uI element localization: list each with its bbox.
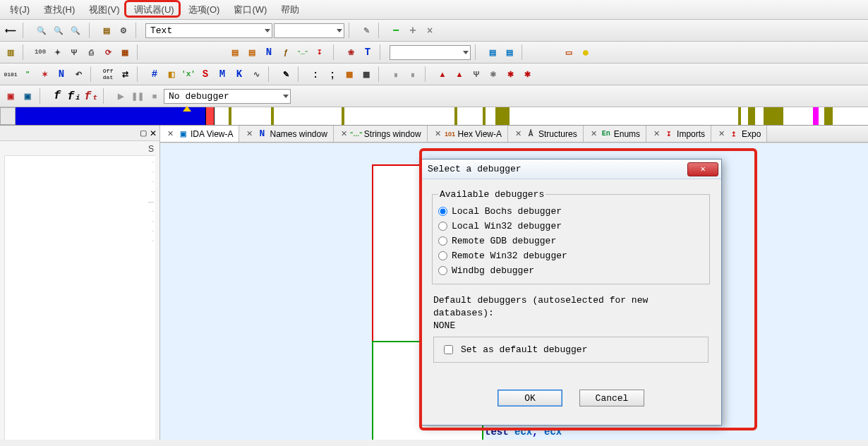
K-icon[interactable]: K [231, 66, 247, 82]
empty-combo[interactable] [274, 23, 344, 38]
close-icon[interactable]: ✕ [245, 129, 254, 138]
binoculars-icon-3[interactable]: 🔍 [68, 23, 83, 38]
module-icon-2[interactable]: ▤ [244, 44, 260, 60]
tab-structures[interactable]: ✕ Å Structures [508, 126, 584, 142]
cancel-button[interactable]: Cancel [579, 390, 644, 406]
radio-local-win32[interactable]: Local Win32 debugger [438, 219, 704, 234]
binoculars-icon[interactable]: 🔍 [34, 23, 49, 38]
pause-icon[interactable]: ❚❚ [130, 88, 145, 104]
close-icon[interactable]: ✕ [652, 129, 661, 138]
radio-windbg[interactable]: Windbg debugger [438, 263, 704, 278]
set-default-checkbox[interactable] [444, 345, 453, 354]
close-icon[interactable]: ✕ [717, 129, 726, 138]
brace-icon[interactable]: ◧ [164, 66, 179, 82]
func-f-icon[interactable]: f [49, 88, 65, 104]
close-icon[interactable]: ✕ [339, 129, 349, 138]
menu-goto[interactable]: 转(J) [3, 1, 37, 19]
undo-icon[interactable]: ↶ [71, 66, 86, 82]
hex-100-icon[interactable]: 100 [32, 44, 48, 60]
x-icon[interactable]: × [422, 23, 438, 38]
close-icon[interactable]: ✕ [166, 129, 175, 138]
asterisk-icon[interactable]: ✶ [37, 66, 52, 82]
n-icon[interactable]: N [261, 44, 277, 60]
plus-icon[interactable]: + [405, 23, 421, 38]
dialog-close-button[interactable]: ✕ [687, 162, 718, 176]
tab-imports[interactable]: ✕ ↧ Imports [646, 126, 711, 142]
menu-debugger[interactable]: 调试器(U) [127, 1, 181, 19]
spider2-icon[interactable]: ✱ [519, 66, 535, 82]
psi-icon[interactable]: Ψ [469, 66, 484, 82]
swap-icon[interactable]: ⇄ [117, 66, 133, 82]
atom-icon[interactable]: ⚛ [486, 66, 501, 82]
tri-red-icon[interactable]: ▲ [435, 66, 450, 82]
overview-strip[interactable] [16, 107, 868, 125]
menu-view[interactable]: 视图(V) [82, 1, 126, 19]
play-icon[interactable]: ▶ [113, 88, 128, 104]
quotes-icon[interactable]: " [20, 66, 35, 82]
off-icon[interactable]: Offdat [100, 66, 116, 82]
menu-options[interactable]: 选项(O) [181, 1, 227, 19]
N-icon[interactable]: N [54, 66, 69, 82]
win2-icon[interactable]: ▦ [358, 66, 374, 82]
module-icon[interactable]: ▤ [227, 44, 243, 60]
str-icon[interactable]: "..." [295, 44, 311, 60]
frame2-icon[interactable]: ▣ [20, 88, 35, 104]
graph-icon[interactable]: ✦ [49, 44, 65, 60]
tab-ida-view-a[interactable]: ✕ ▣ IDA View-A [160, 126, 239, 142]
radio-input[interactable] [438, 266, 447, 275]
tab-hex[interactable]: ✕ 101 Hex View-A [428, 126, 508, 142]
toolbar-back-icon[interactable]: ⟵ [3, 23, 18, 38]
chip-icon[interactable]: ▤ [99, 23, 114, 38]
frame-icon[interactable]: ▣ [3, 88, 18, 104]
tree-icon[interactable]: Ψ [66, 44, 82, 60]
stack-icon[interactable]: ▥ [3, 44, 18, 60]
func-ft-icon[interactable]: fₜ [83, 88, 99, 104]
refresh-icon[interactable]: ⟳ [100, 44, 116, 60]
tab-names[interactable]: ✕ N Names window [239, 126, 333, 142]
minus-icon[interactable]: − [388, 23, 404, 38]
overview-dropdown[interactable] [0, 107, 16, 125]
dot-icon[interactable]: ● [578, 44, 593, 60]
chart2-icon[interactable]: ₗₗ [405, 66, 421, 82]
layout-icon-2[interactable]: ▤ [502, 44, 517, 60]
chart-icon[interactable]: ₗₗ [388, 66, 404, 82]
radio-input[interactable] [438, 236, 447, 246]
imp-icon[interactable]: ↧ [312, 44, 327, 60]
functions-list[interactable]: ···· — ···· [4, 155, 155, 440]
palette-icon[interactable]: ❀ [343, 44, 358, 60]
menu-help[interactable]: 帮助 [274, 1, 306, 19]
stop-icon[interactable]: ■ [147, 88, 162, 104]
panel-close-icon[interactable]: ✕ [150, 128, 157, 138]
win-icon[interactable]: ▦ [342, 66, 357, 82]
gear-icon[interactable]: ⚙ [116, 23, 131, 38]
dialog-titlebar[interactable]: Select a debugger ✕ [421, 159, 721, 179]
ok-button[interactable]: OK [498, 390, 562, 406]
t-icon[interactable]: T [360, 44, 375, 60]
highlighter-icon[interactable]: ✎ [358, 23, 374, 38]
radio-input[interactable] [438, 222, 447, 231]
radio-remote-win32[interactable]: Remote Win32 debugger [438, 248, 704, 263]
x-green-icon[interactable]: 'x' [181, 66, 196, 82]
func-icon[interactable]: ƒ [278, 44, 294, 60]
M-icon[interactable]: M [215, 66, 230, 82]
spider-icon[interactable]: ✱ [502, 66, 518, 82]
radio-remote-gdb[interactable]: Remote GDB debugger [438, 234, 704, 248]
tab-strings[interactable]: ✕ "…" Strings window [334, 126, 428, 142]
close-icon[interactable]: ✕ [433, 129, 442, 138]
func-fi-icon[interactable]: fᵢ [66, 88, 82, 104]
bits-icon[interactable]: 0101 [3, 66, 18, 82]
binoculars-icon-2[interactable]: 🔍 [51, 23, 66, 38]
tab-exports[interactable]: ✕ ↥ Expo [711, 126, 767, 142]
close-icon[interactable]: ✕ [514, 129, 523, 138]
debugger-combo[interactable]: No debugger [164, 89, 291, 104]
radio-local-bochs[interactable]: Local Bochs debugger [438, 204, 704, 219]
close-icon[interactable]: ✕ [589, 129, 598, 138]
doc-icon[interactable]: ▭ [561, 44, 577, 60]
colon-icon[interactable]: : [308, 66, 323, 82]
print-icon[interactable]: ⎙ [83, 44, 99, 60]
tab-enums[interactable]: ✕ En Enums [584, 126, 646, 142]
S-icon[interactable]: S [198, 66, 213, 82]
panel-undock-icon[interactable]: ▢ [140, 128, 147, 138]
radio-input[interactable] [438, 251, 447, 260]
tri-red2-icon[interactable]: ▲ [452, 66, 467, 82]
